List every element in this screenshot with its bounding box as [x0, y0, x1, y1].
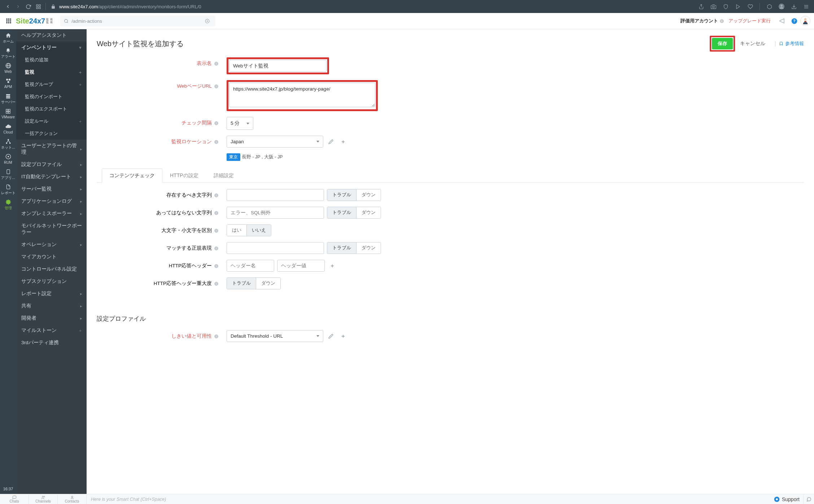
plus-icon[interactable]: ＋: [78, 70, 82, 75]
browser-reload[interactable]: [23, 1, 33, 12]
sidebar-it-automation[interactable]: IT自動化テンプレート▸: [16, 171, 87, 183]
rail-home[interactable]: ホーム: [0, 30, 16, 45]
add-header-icon[interactable]: [328, 261, 337, 271]
header-name-input[interactable]: [227, 260, 274, 272]
help-icon[interactable]: ?: [789, 16, 799, 26]
header-value-input[interactable]: [277, 260, 325, 272]
rail-network[interactable]: ネット...: [0, 136, 16, 151]
pill-yes[interactable]: はい: [227, 225, 246, 236]
info-icon[interactable]: i: [214, 193, 219, 198]
pill-trouble[interactable]: トラブル: [227, 278, 256, 289]
interval-select[interactable]: 5 分: [227, 117, 253, 130]
display-name-input[interactable]: [229, 60, 327, 72]
profile-icon[interactable]: [776, 1, 787, 12]
add-threshold-icon[interactable]: [338, 332, 348, 341]
sidebar-subscription[interactable]: サブスクリプション: [16, 275, 87, 288]
announcement-icon[interactable]: [777, 16, 787, 26]
support-button[interactable]: Support: [774, 496, 803, 502]
pill-no[interactable]: いいえ: [246, 225, 271, 236]
tab-content-check[interactable]: コンテンツチェック: [102, 168, 162, 183]
browser-url-bar[interactable]: www.site24x7.com/app/client#/admin/inven…: [48, 4, 696, 9]
pill-trouble[interactable]: トラブル: [327, 242, 356, 254]
info-icon[interactable]: i: [214, 228, 219, 233]
pill-down[interactable]: ダウン: [356, 189, 381, 201]
sidebar-report-settings[interactable]: レポート設定▸: [16, 288, 87, 300]
info-icon[interactable]: i: [214, 121, 219, 126]
info-icon[interactable]: i: [214, 246, 219, 251]
rail-server[interactable]: サーバー: [0, 91, 16, 106]
info-icon[interactable]: i: [214, 84, 219, 89]
location-select[interactable]: Japan: [227, 136, 323, 148]
browser-apps-icon[interactable]: [33, 1, 43, 12]
clear-search-icon[interactable]: [205, 19, 213, 23]
info-icon[interactable]: i: [214, 264, 219, 268]
info-icon[interactable]: i: [214, 61, 219, 66]
threshold-select[interactable]: Default Threshold - URL: [227, 330, 323, 342]
rail-apm[interactable]: APM: [0, 75, 16, 91]
footer-channels[interactable]: Channels: [29, 494, 58, 504]
sidebar-users-alerts[interactable]: ユーザーとアラートの管理▸: [16, 140, 87, 158]
sidebar-app-log[interactable]: アプリケーションログ▸: [16, 195, 87, 207]
download-icon[interactable]: [789, 1, 799, 12]
sidebar-help-assistant[interactable]: ヘルプアシスタント: [16, 29, 87, 41]
sidebar-add-monitor[interactable]: 監視の追加: [16, 54, 87, 66]
shield-icon[interactable]: [721, 1, 731, 12]
admin-search[interactable]: /admin-actions: [60, 16, 215, 26]
sidebar-monitor-group[interactable]: 監視グループ＋: [16, 78, 87, 91]
should-exist-input[interactable]: [227, 189, 324, 201]
apps-grid-icon[interactable]: [4, 16, 14, 26]
sidebar-bulk-action[interactable]: 一括アクション: [16, 127, 87, 140]
sidebar-monitor-export[interactable]: 監視のエクスポート: [16, 103, 87, 115]
play-icon[interactable]: [733, 1, 743, 12]
plus-icon[interactable]: ＋: [78, 82, 82, 87]
upgrade-link[interactable]: アップグレード実行: [728, 18, 771, 24]
sidebar-monitor-import[interactable]: 監視のインポート: [16, 91, 87, 103]
sidebar-share[interactable]: 共有▸: [16, 300, 87, 312]
reference-link[interactable]: 参考情報: [779, 40, 804, 47]
rail-report[interactable]: レポート: [0, 181, 16, 197]
user-avatar[interactable]: [800, 16, 810, 26]
pill-down[interactable]: ダウン: [256, 278, 280, 289]
plus-icon[interactable]: ＋: [78, 119, 82, 124]
sidebar-inventory[interactable]: インベントリー▼: [16, 41, 87, 54]
rail-app[interactable]: アプリ...: [0, 166, 16, 181]
pill-trouble[interactable]: トラブル: [327, 189, 356, 201]
sidebar-server-monitor[interactable]: サーバー監視▸: [16, 183, 87, 195]
footer-message-icon[interactable]: [803, 494, 814, 504]
sidebar-config-rules[interactable]: 設定ルール＋: [16, 115, 87, 127]
rail-vmware[interactable]: VMware: [0, 106, 16, 121]
sidebar-config-profile[interactable]: 設定プロファイル▸: [16, 158, 87, 171]
rail-web[interactable]: Web: [0, 60, 16, 75]
rail-alert[interactable]: アラート: [0, 45, 16, 60]
info-icon[interactable]: i: [214, 281, 219, 286]
plus-icon[interactable]: ＋: [78, 328, 82, 333]
share-icon[interactable]: [696, 1, 706, 12]
rail-rum[interactable]: RUM: [0, 151, 16, 166]
cube-icon[interactable]: [764, 1, 774, 12]
tab-advanced[interactable]: 詳細設定: [206, 168, 241, 183]
browser-back[interactable]: [3, 1, 13, 12]
info-icon[interactable]: i: [214, 140, 219, 144]
info-icon[interactable]: i: [214, 334, 219, 339]
should-not-exist-input[interactable]: [227, 207, 324, 219]
sidebar-milestone[interactable]: マイルストーン＋: [16, 324, 87, 337]
menu-icon[interactable]: [801, 1, 811, 12]
sidebar-mobile-poller[interactable]: モバイルネットワークポーラー: [16, 220, 87, 238]
sidebar-my-account[interactable]: マイアカウント: [16, 251, 87, 263]
tab-http-settings[interactable]: HTTPの設定: [162, 168, 206, 183]
url-textarea[interactable]: [229, 83, 375, 107]
sidebar-3rd-party[interactable]: 3rdパーティ連携: [16, 337, 87, 349]
heart-icon[interactable]: [745, 1, 755, 12]
sidebar-control-panel[interactable]: コントロールパネル設定: [16, 263, 87, 275]
footer-contacts[interactable]: Contacts: [58, 494, 87, 504]
pill-trouble[interactable]: トラブル: [327, 207, 356, 218]
edit-threshold-icon[interactable]: [326, 332, 336, 341]
sidebar-operation[interactable]: オペレーション▸: [16, 238, 87, 251]
rail-cloud[interactable]: Cloud: [0, 121, 16, 136]
add-location-icon[interactable]: [338, 137, 348, 146]
edit-location-icon[interactable]: [326, 137, 336, 146]
site24x7-logo[interactable]: Site24x7監 視監 視: [16, 17, 53, 25]
camera-icon[interactable]: [708, 1, 718, 12]
save-button[interactable]: 保存: [712, 38, 733, 49]
rail-admin[interactable]: 管理: [0, 197, 16, 212]
